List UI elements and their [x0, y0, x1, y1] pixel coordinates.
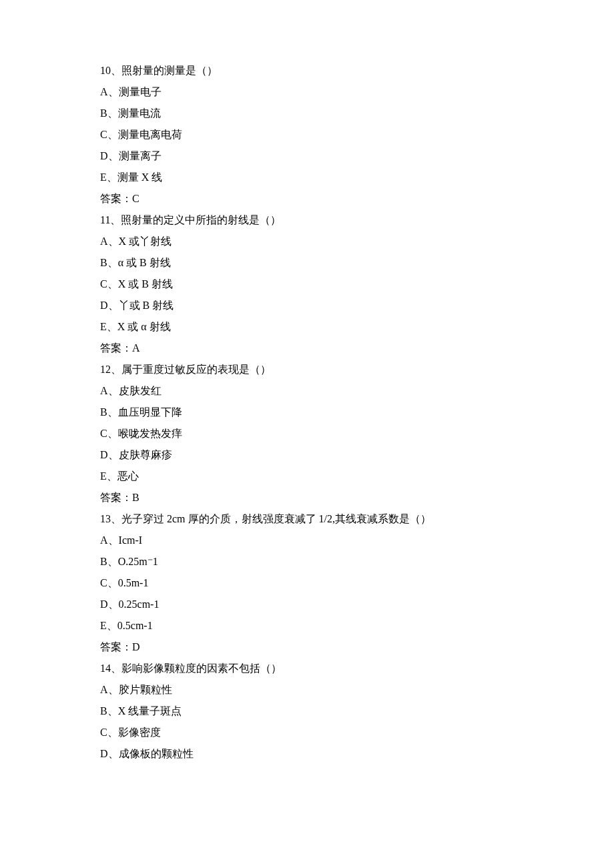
question-text: 属于重度过敏反应的表现是（）	[121, 364, 271, 375]
question-text: 光子穿过 2cm 厚的介质，射线强度衰减了 1/2,其线衰减系数是（）	[121, 513, 431, 524]
option: B、O.25m⁻1	[100, 551, 514, 572]
option: C、喉咙发热发痒	[100, 423, 514, 444]
answer: 答案：C	[100, 188, 514, 209]
option: A、皮肤发红	[100, 380, 514, 402]
question-number: 10、	[100, 65, 121, 76]
answer: 答案：A	[100, 338, 514, 359]
question-text: 照射量的定义中所指的射线是（）	[121, 214, 281, 226]
option: A、Icm-I	[100, 530, 514, 551]
question-text: 照射量的测量是（）	[121, 65, 218, 76]
option: B、血压明显下降	[100, 402, 514, 423]
question-stem: 11、照射量的定义中所指的射线是（）	[100, 209, 514, 231]
option: A、胶片颗粒性	[100, 679, 514, 701]
answer: 答案：B	[100, 487, 514, 508]
question-stem: 12、属于重度过敏反应的表现是（）	[100, 359, 514, 380]
question-text: 影响影像颗粒度的因素不包括（）	[121, 663, 282, 674]
question-number: 12、	[100, 364, 121, 375]
question-stem: 13、光子穿过 2cm 厚的介质，射线强度衰减了 1/2,其线衰减系数是（）	[100, 508, 514, 530]
option: B、X 线量子斑点	[100, 701, 514, 722]
option: D、测量离子	[100, 145, 514, 167]
option: C、0.5m-1	[100, 572, 514, 594]
option: D、丫或 B 射线	[100, 295, 514, 316]
question-number: 13、	[100, 513, 121, 524]
option: E、X 或 α 射线	[100, 316, 514, 338]
option: D、皮肤尊麻疹	[100, 444, 514, 466]
answer: 答案：D	[100, 636, 514, 658]
option: D、0.25cm-1	[100, 594, 514, 615]
option: C、测量电离电荷	[100, 124, 514, 145]
question-number: 11、	[100, 214, 121, 226]
option: E、测量 X 线	[100, 167, 514, 188]
option: B、测量电流	[100, 103, 514, 124]
option: A、X 或丫射线	[100, 231, 514, 252]
option: B、α 或 B 射线	[100, 252, 514, 274]
option: A、测量电子	[100, 81, 514, 103]
option: C、X 或 B 射线	[100, 274, 514, 295]
option: D、成像板的颗粒性	[100, 743, 514, 765]
question-number: 14、	[100, 663, 121, 674]
option: C、影像密度	[100, 722, 514, 743]
option: E、恶心	[100, 466, 514, 487]
option: E、0.5cm-1	[100, 615, 514, 636]
question-stem: 14、影响影像颗粒度的因素不包括（）	[100, 658, 514, 679]
document-page: 10、照射量的测量是（） A、测量电子 B、测量电流 C、测量电离电荷 D、测量…	[0, 0, 614, 805]
question-stem: 10、照射量的测量是（）	[100, 60, 514, 81]
